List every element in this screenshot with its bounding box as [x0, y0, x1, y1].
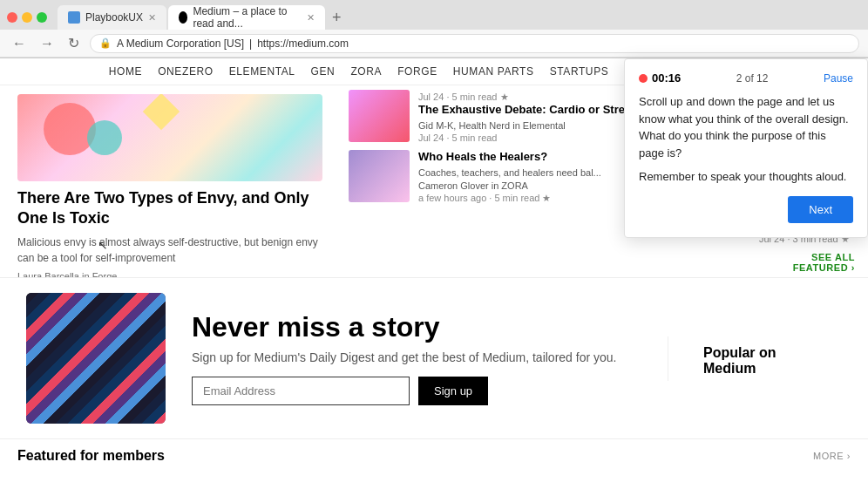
pause-button[interactable]: Pause [824, 72, 853, 85]
nav-startups[interactable]: STARTUPS [550, 65, 609, 78]
lock-icon: 🔒 [99, 37, 112, 49]
featured-header: Featured for members MORE › [17, 448, 851, 464]
overlay-next-row: Next [639, 196, 853, 223]
left-article-image [17, 94, 322, 181]
tab-medium-label: Medium – a place to read and... [193, 5, 302, 30]
overlay-body: Scroll up and down the page and let us k… [639, 93, 853, 186]
address-url: https://medium.com [257, 37, 349, 50]
address-company: A Medium Corporation [US] [117, 37, 244, 50]
left-article-publication[interactable]: Forge [92, 271, 118, 277]
newsletter-content: Never miss a story Sign up for Medium's … [192, 311, 641, 405]
next-button[interactable]: Next [788, 196, 853, 223]
tab-playbookux-close[interactable]: ✕ [148, 12, 156, 24]
left-article-in: in [82, 271, 92, 277]
recording-dot-icon [639, 74, 648, 83]
overlay-counter: 2 of 12 [736, 72, 769, 85]
forward-button[interactable]: → [37, 34, 58, 53]
back-button[interactable]: ← [9, 34, 30, 53]
tab-medium[interactable]: Medium – a place to read and... ✕ [168, 5, 325, 30]
tab-playbookux-label: PlaybookUX [85, 11, 143, 24]
nav-gen[interactable]: GEN [311, 65, 336, 78]
signup-button[interactable]: Sign up [418, 377, 488, 405]
window-controls [7, 12, 47, 23]
overlay-instruction: Scroll up and down the page and let us k… [639, 93, 853, 161]
left-article-meta: Laura Barcella in Forge a few hours ago … [17, 271, 322, 277]
left-article-subtitle: Malicious envy is almost always self-des… [17, 234, 322, 266]
tab-playbookux[interactable]: PlaybookUX ✕ [58, 5, 166, 30]
overlay-header: 00:16 2 of 12 Pause [639, 71, 853, 85]
refresh-button[interactable]: ↻ [64, 33, 83, 53]
nav-home[interactable]: HOME [109, 65, 142, 78]
address-separator: | [249, 37, 252, 50]
newsletter-image [26, 293, 166, 424]
tab-bar: PlaybookUX ✕ Medium – a place to read an… [0, 0, 868, 30]
nav-zora[interactable]: ZORA [350, 65, 382, 78]
address-bar-row: ← → ↻ 🔒 A Medium Corporation [US] | http… [0, 30, 868, 58]
timer-display: 00:16 [652, 71, 681, 85]
popular-on-medium-column: Popular on Medium [668, 336, 842, 381]
left-featured-article: There Are Two Types of Envy, and Only On… [0, 85, 340, 277]
popular-title: Popular on Medium [686, 336, 842, 381]
overlay-reminder: Remember to speak your thoughts aloud. [639, 168, 853, 186]
newsletter-title: Never miss a story [192, 311, 641, 343]
newsletter-form: Sign up [192, 377, 641, 405]
left-article-title[interactable]: There Are Two Types of Envy, and Only On… [17, 188, 322, 229]
mouse-cursor: ↖ [98, 238, 108, 252]
browser-chrome: PlaybookUX ✕ Medium – a place to read an… [0, 0, 868, 58]
playbookux-favicon [68, 11, 80, 24]
nav-forge[interactable]: FORGE [397, 65, 437, 78]
featured-members-section: Featured for members MORE › [0, 438, 868, 477]
medium-website: HOME ONEZERO ELEMENTAL GEN ZORA FORGE HU… [0, 58, 868, 477]
article-thumb-cardio [349, 90, 410, 142]
article-thumb-healers [349, 150, 410, 202]
close-window-button[interactable] [7, 12, 17, 23]
newsletter-section: Never miss a story Sign up for Medium's … [0, 277, 868, 438]
see-all-featured-link[interactable]: SEE ALL FEATURED › [759, 252, 859, 273]
new-tab-button[interactable]: + [327, 9, 347, 27]
email-input[interactable] [192, 377, 410, 405]
url-bar[interactable]: 🔒 A Medium Corporation [US] | https://me… [90, 34, 859, 53]
newsletter-image-decoration [26, 293, 166, 424]
more-link[interactable]: MORE › [813, 451, 851, 461]
nav-onezero[interactable]: ONEZERO [158, 65, 214, 78]
overlay-panel: 00:16 2 of 12 Pause Scroll up and down t… [624, 58, 868, 238]
featured-members-title: Featured for members [17, 448, 165, 464]
image-decoration-1 [44, 103, 96, 155]
nav-human-parts[interactable]: HUMAN PARTS [453, 65, 534, 78]
overlay-timer: 00:16 [639, 71, 681, 85]
maximize-window-button[interactable] [37, 12, 47, 23]
newsletter-subtitle: Sign up for Medium's Daily Digest and ge… [192, 350, 641, 364]
minimize-window-button[interactable] [22, 12, 32, 23]
medium-favicon [179, 11, 187, 24]
nav-elemental[interactable]: ELEMENTAL [229, 65, 295, 78]
left-article-author[interactable]: Laura Barcella [17, 271, 79, 277]
tab-medium-close[interactable]: ✕ [307, 12, 315, 24]
image-decoration-3 [143, 94, 180, 130]
image-decoration-2 [87, 120, 122, 155]
